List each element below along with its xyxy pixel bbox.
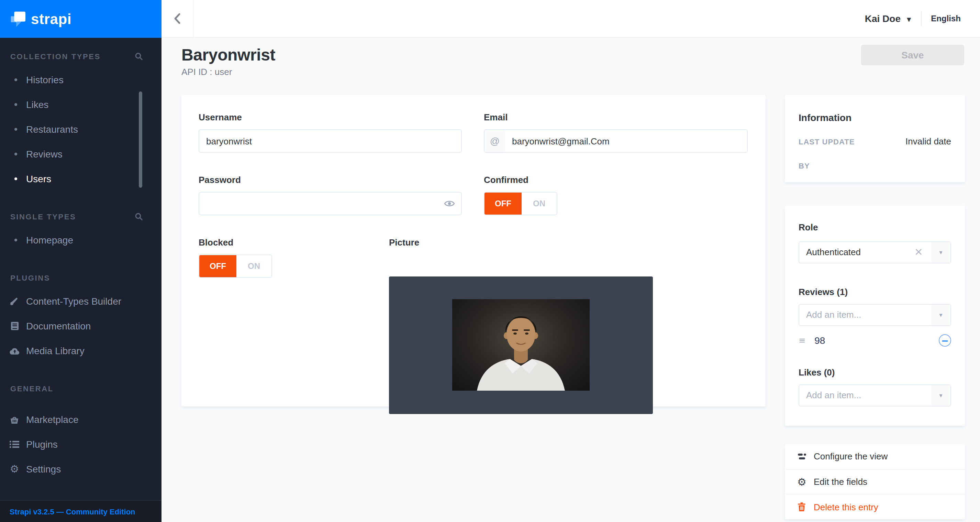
sidebar-item-likes[interactable]: Likes	[0, 92, 162, 117]
email-input[interactable]	[505, 130, 747, 152]
eye-icon[interactable]	[444, 198, 455, 211]
paintbrush-icon	[9, 297, 20, 306]
user-photo	[452, 299, 590, 391]
review-relation-item: ≡ 98 −	[799, 332, 951, 350]
user-menu[interactable]: Kai Doe ▼	[865, 13, 911, 24]
entry-actions-card: Configure the view ⚙ Edit the fields Del…	[785, 444, 965, 519]
sidebar-item-marketplace[interactable]: Marketplace	[0, 407, 162, 432]
collection-types-list: Histories Likes Restaurants Reviews User…	[0, 67, 162, 191]
sidebar: strapi COLLECTION TYPES Histories Likes	[0, 0, 162, 522]
caret-down-icon: ▾	[939, 249, 942, 256]
language-selector[interactable]: English	[931, 14, 961, 23]
section-collection-types: COLLECTION TYPES	[0, 51, 162, 62]
at-sign-prefix: @	[485, 130, 505, 152]
picture-label: Picture	[389, 237, 419, 248]
sidebar-item-users[interactable]: Users	[0, 166, 162, 191]
bullet-icon	[14, 177, 17, 180]
blocked-label: Blocked	[199, 237, 233, 248]
reviews-label: Reviews (1)	[799, 287, 951, 298]
picture-media-field[interactable]	[389, 276, 653, 414]
sidebar-item-media-library[interactable]: Media Library	[0, 338, 162, 363]
role-value: Authenticated	[799, 242, 950, 263]
portrait-illustration	[452, 299, 590, 391]
strapi-logo-text: strapi	[31, 11, 72, 27]
section-plugins: PLUGINS	[0, 272, 162, 283]
search-icon[interactable]	[135, 212, 143, 223]
blocked-toggle-on[interactable]: ON	[236, 255, 272, 277]
caret-down-icon: ▾	[939, 311, 942, 318]
role-select[interactable]: Authenticated × ▾	[799, 241, 951, 263]
sidebar-item-reviews[interactable]: Reviews	[0, 142, 162, 166]
email-label: Email	[484, 112, 508, 123]
likes-select-caret[interactable]: ▾	[931, 385, 950, 406]
reviews-select-caret[interactable]: ▾	[931, 305, 950, 325]
right-column: Information LAST UPDATE Invalid date BY …	[785, 95, 965, 519]
api-id-subtitle: API ID : user	[181, 67, 964, 77]
plugins-list: Content-Types Builder Documentation Medi…	[0, 289, 162, 363]
information-card: Information LAST UPDATE Invalid date BY	[785, 95, 965, 182]
sidebar-nav: COLLECTION TYPES Histories Likes Restaur…	[0, 38, 162, 481]
likes-label: Likes (0)	[799, 367, 951, 378]
bullet-icon	[14, 78, 17, 81]
username-input[interactable]	[199, 129, 462, 153]
delete-entry-link[interactable]: Delete this entry	[785, 494, 965, 519]
last-update-value: Invalid date	[905, 136, 951, 147]
configure-view-link[interactable]: Configure the view	[785, 444, 965, 469]
chevron-left-icon	[172, 13, 182, 25]
last-update-row: LAST UPDATE Invalid date	[799, 136, 951, 147]
likes-placeholder: Add an item...	[799, 385, 950, 406]
sidebar-item-plugins[interactable]: Plugins	[0, 432, 162, 457]
bullet-icon	[14, 239, 17, 241]
caret-down-icon: ▾	[939, 392, 942, 399]
divider	[921, 11, 921, 26]
general-list: Marketplace Plugins ⚙ Settings	[0, 407, 162, 481]
by-row: BY	[799, 161, 951, 170]
strapi-logo[interactable]: strapi	[0, 0, 162, 38]
password-field	[199, 192, 462, 215]
single-types-list: Homepage	[0, 228, 162, 252]
sidebar-item-homepage[interactable]: Homepage	[0, 228, 162, 252]
sidebar-item-content-types-builder[interactable]: Content-Types Builder	[0, 289, 162, 314]
main-area: Kai Doe ▼ English Baryonwrist API ID : u…	[162, 0, 980, 522]
confirmed-toggle-on[interactable]: ON	[522, 193, 557, 215]
save-button[interactable]: Save	[861, 45, 964, 65]
last-update-label: LAST UPDATE	[799, 137, 854, 145]
search-icon[interactable]	[135, 52, 143, 63]
sidebar-item-restaurants[interactable]: Restaurants	[0, 117, 162, 142]
relations-card: Role Authenticated × ▾ Reviews (1) Add a…	[785, 206, 965, 426]
gear-icon: ⚙	[797, 477, 814, 487]
section-general: GENERAL	[0, 383, 162, 394]
clear-icon[interactable]: ×	[914, 242, 923, 263]
app-root: strapi COLLECTION TYPES Histories Likes	[0, 0, 980, 522]
reviews-placeholder: Add an item...	[799, 305, 950, 325]
review-item-value[interactable]: 98	[815, 335, 825, 346]
confirmed-toggle-off[interactable]: OFF	[485, 193, 522, 215]
bullet-icon	[14, 153, 17, 155]
drag-handle-icon[interactable]: ≡	[799, 335, 805, 345]
back-button[interactable]	[162, 0, 194, 37]
chevron-down-icon: ▼	[907, 16, 911, 22]
password-input[interactable]	[199, 192, 462, 215]
remove-relation-button[interactable]: −	[939, 334, 951, 346]
bullet-icon	[14, 128, 17, 131]
sidebar-item-histories[interactable]: Histories	[0, 67, 162, 92]
sidebar-scrollbar[interactable]	[139, 91, 142, 188]
list-icon	[9, 440, 20, 449]
information-title: Information	[799, 112, 951, 124]
trash-icon	[797, 502, 814, 512]
reviews-add-select[interactable]: Add an item... ▾	[799, 304, 951, 326]
gear-icon: ⚙	[9, 464, 20, 474]
email-field: @	[484, 129, 748, 153]
role-label: Role	[799, 222, 951, 233]
page-title: Baryonwrist	[181, 45, 964, 65]
role-select-caret[interactable]: ▾	[931, 242, 950, 263]
edit-fields-link[interactable]: ⚙ Edit the fields	[785, 469, 965, 494]
strapi-version-link[interactable]: Strapi v3.2.5 — Community Edition	[10, 507, 135, 516]
blocked-toggle-off[interactable]: OFF	[199, 255, 236, 277]
sidebar-item-documentation[interactable]: Documentation	[0, 314, 162, 338]
likes-add-select[interactable]: Add an item... ▾	[799, 385, 951, 407]
username-label: Username	[199, 112, 242, 123]
sidebar-item-settings[interactable]: ⚙ Settings	[0, 457, 162, 481]
by-label: BY	[799, 161, 810, 170]
strapi-logo-icon	[9, 10, 26, 27]
